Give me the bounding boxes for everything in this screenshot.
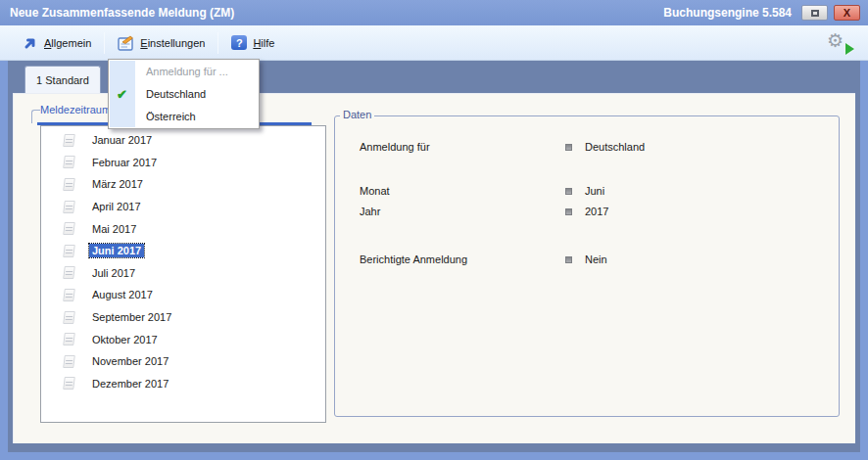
run-gear-icon: ⚙ <box>827 29 844 52</box>
green-arrow-icon <box>845 43 854 55</box>
hilfe-label: Hilfe <box>253 37 274 49</box>
daten-title: Daten <box>340 109 374 120</box>
menu-item-anmeldung-fuer: Anmeldung für ... <box>109 61 259 83</box>
document-icon <box>63 178 75 191</box>
document-icon <box>63 245 75 257</box>
month-list[interactable]: Januar 2017 Februar 2017 März 2017 April… <box>40 125 326 423</box>
allgemein-label: Allgemein <box>44 37 91 49</box>
list-item[interactable]: August 2017 <box>41 284 325 306</box>
hilfe-button[interactable]: ? Hilfe <box>222 31 283 54</box>
list-item-selected[interactable]: Juni 2017 <box>41 240 325 262</box>
allgemein-button[interactable]: Allgemein <box>14 31 100 55</box>
einstellungen-dropdown-menu: Anmeldung für ... ✔ Deutschland Österrei… <box>108 59 260 129</box>
question-mark-icon: ? <box>231 35 247 50</box>
toolbar: Allgemein Einstellungen ? Hilfe <box>0 25 868 61</box>
field-jahr: Jahr 2017 <box>335 205 839 220</box>
run-engine-button[interactable]: ⚙ <box>827 29 852 55</box>
document-icon <box>63 311 75 324</box>
page-content: Meldezeitraum Januar 2017 Februar 2017 M… <box>13 93 855 443</box>
list-item[interactable]: November 2017 <box>41 350 325 373</box>
document-icon <box>63 377 75 390</box>
document-icon <box>63 134 75 147</box>
groupbox-corner <box>31 110 40 123</box>
einstellungen-label: Einstellungen <box>140 37 205 49</box>
list-item[interactable]: März 2017 <box>41 173 325 196</box>
menu-item-oesterreich[interactable]: Österreich <box>109 106 259 128</box>
list-item[interactable]: Mai 2017 <box>41 217 325 240</box>
close-icon: X <box>844 8 850 19</box>
einstellungen-button[interactable]: Einstellungen <box>109 31 214 55</box>
bullet-square-icon <box>565 144 572 151</box>
tab-label: 1 Standard <box>36 74 89 86</box>
document-icon <box>63 289 75 301</box>
document-icon <box>63 333 75 345</box>
list-item[interactable]: Oktober 2017 <box>41 328 325 350</box>
toolbar-separator <box>217 32 218 54</box>
document-icon <box>63 201 75 213</box>
field-berichtigte-anmeldung: Berichtigte Anmeldung Nein <box>335 253 839 268</box>
list-item[interactable]: April 2017 <box>41 196 325 218</box>
list-item[interactable]: Juli 2017 <box>41 262 325 285</box>
checkmark-icon: ✔ <box>117 83 127 106</box>
close-window-button[interactable]: X <box>834 5 860 21</box>
app-version-label: Buchungsengine 5.584 <box>663 6 792 20</box>
list-item[interactable]: Februar 2017 <box>41 152 325 174</box>
toolbar-separator <box>104 32 105 54</box>
app-window: Neue Zusammenfassende Meldung (ZM) Buchu… <box>0 0 868 460</box>
window-title: Neue Zusammenfassende Meldung (ZM) <box>10 6 234 20</box>
meldezeitraum-title: Meldezeitraum <box>40 104 111 115</box>
document-icon <box>63 222 75 235</box>
daten-groupbox: Daten Anmeldung für Deutschland Monat Ju… <box>334 115 840 417</box>
list-item[interactable]: Januar 2017 <box>41 129 325 152</box>
document-icon <box>63 266 75 279</box>
bullet-square-icon <box>565 256 572 263</box>
bullet-square-icon <box>565 208 572 215</box>
document-icon <box>63 355 75 368</box>
restore-icon <box>811 10 819 17</box>
menu-item-deutschland[interactable]: ✔ Deutschland <box>109 83 259 106</box>
tab-standard[interactable]: 1 Standard <box>24 66 101 93</box>
document-icon <box>63 156 75 168</box>
settings-form-pencil-icon <box>118 35 134 51</box>
list-item[interactable]: Dezember 2017 <box>41 373 325 395</box>
title-bar: Neue Zusammenfassende Meldung (ZM) Buchu… <box>0 0 868 25</box>
arrow-up-right-icon <box>23 35 38 51</box>
bullet-square-icon <box>565 188 572 195</box>
field-monat: Monat Juni <box>335 184 839 200</box>
field-anmeldung-fuer: Anmeldung für Deutschland <box>335 140 839 156</box>
restore-window-button[interactable] <box>801 5 828 21</box>
list-item[interactable]: September 2017 <box>41 306 325 329</box>
